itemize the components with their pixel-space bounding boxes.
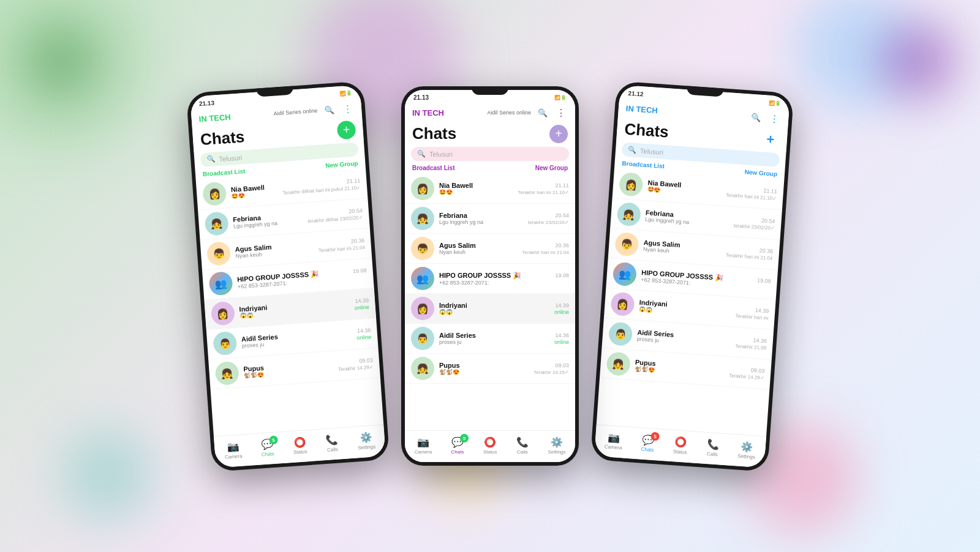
nav-calls-3[interactable]: 📞 Calls xyxy=(706,438,719,457)
chat-name-2-2: Agus Salim xyxy=(439,242,476,249)
chat-status-1-5: online xyxy=(356,334,372,341)
chat-info-1-2: Agus Salim 20.36 Nyan keuh Terakhir hari… xyxy=(235,237,365,259)
bottom-nav-2: 📷 Camera 💬 5 Chats ⭕ Status 📞 Calls xyxy=(405,430,575,462)
new-group-3[interactable]: New Group xyxy=(744,168,777,177)
chats-icon-3: 💬 5 xyxy=(642,434,655,446)
chat-time-2-1: 20.54 xyxy=(555,212,569,218)
search-icon-1[interactable]: 🔍 xyxy=(322,103,336,117)
scene: 21.13 📶🔋 IN TECH Aidil Series online 🔍 ⋮… xyxy=(0,0,980,552)
search-icon-2[interactable]: 🔍 xyxy=(536,106,549,119)
chat-preview-2-2: Nyan keuh xyxy=(439,249,466,255)
chat-time-1-6: 09.03 xyxy=(359,357,373,364)
chats-badge-3: 5 xyxy=(650,432,660,441)
chat-info-2-0: Nia Bawell 21.11 🤩😍 Terakhir hari ini 21… xyxy=(439,182,569,195)
nav-settings-3[interactable]: ⚙️ Settings xyxy=(737,441,756,460)
chat-time-1-5: 14.36 xyxy=(357,327,371,334)
notch-2 xyxy=(472,86,508,95)
status-time-3: 21.12 xyxy=(628,89,644,97)
chat-preview-3-2: Nyan keuh xyxy=(643,246,670,254)
search-icon-3[interactable]: 🔍 xyxy=(749,110,763,124)
signal-icons-2: 📶🔋 xyxy=(554,95,567,100)
nav-chats-1[interactable]: 💬 5 Chats xyxy=(260,438,274,457)
avatar-2-5: 👨 xyxy=(411,327,434,350)
avatar-3-6: 👧 xyxy=(606,351,631,376)
avatar-1-3: 👥 xyxy=(208,271,233,296)
chat-time-2-2: 20.36 xyxy=(555,242,569,248)
nav-settings-1[interactable]: ⚙️ Settings xyxy=(356,431,375,450)
nav-status-1[interactable]: ⭕ Status xyxy=(292,436,307,455)
nav-settings-2[interactable]: ⚙️ Settings xyxy=(548,436,565,455)
camera-label-1: Camera xyxy=(225,453,243,460)
avatar-3-4: 👩 xyxy=(610,292,635,317)
nav-calls-1[interactable]: 📞 Calls xyxy=(325,434,339,453)
chat-item-2-6[interactable]: 👧 Pupus 09.03 🐒🐒😍 Terakhir 14.29✓ xyxy=(405,354,575,384)
chat-info-3-3: HIPO GROUP JOSSSS 🎉 19.08 +62 853-3287-2… xyxy=(641,268,771,291)
add-btn-1[interactable]: + xyxy=(337,120,356,140)
status-label-1: Status xyxy=(293,449,307,455)
broadcast-list-1[interactable]: Broadcast List xyxy=(203,168,246,177)
broadcast-list-2[interactable]: Broadcast List xyxy=(412,165,454,171)
chat-item-2-0[interactable]: 👩 Nia Bawell 21.11 🤩😍 Terakhir hari ini … xyxy=(405,174,575,204)
search-icon-sm-2: 🔍 xyxy=(417,150,426,158)
chat-status-1-6: Terakhir 14.29✓ xyxy=(338,364,374,372)
nav-calls-2[interactable]: 📞 Calls xyxy=(516,436,529,455)
search-placeholder-3: Telusuri xyxy=(640,147,664,156)
chat-info-1-3: HIPO GROUP JOSSSS 🎉 19.08 +62 853-3287-2… xyxy=(237,266,368,289)
signal-icons-3: 📶🔋 xyxy=(769,100,782,106)
add-btn-3[interactable]: + xyxy=(761,130,780,149)
settings-label-3: Settings xyxy=(737,453,755,460)
search-bar-2[interactable]: 🔍 Telusuri xyxy=(411,147,569,161)
nav-chats-3[interactable]: 💬 5 Chats xyxy=(641,434,655,453)
chat-item-2-2[interactable]: 👦 Agus Salim 20.36 Nyan keuh Terakhir ha… xyxy=(405,234,575,264)
screen-purple: 21.13 📶🔋 IN TECH Aidil Series online 🔍 ⋮… xyxy=(405,90,575,462)
chat-item-2-3[interactable]: 👥 HIPO GROUP JOSSSS 🎉 19.08 +62 853-3287… xyxy=(405,264,575,294)
chat-item-2-1[interactable]: 👧 Febriana 20.54 Lgu inggreh yg na terak… xyxy=(405,204,575,234)
chat-time-3-0: 21.11 xyxy=(763,187,777,195)
chat-time-3-5: 14.36 xyxy=(753,337,767,345)
chat-name-2-3: HIPO GROUP JOSSSS 🎉 xyxy=(439,272,521,280)
online-text-2: Aidil Series online xyxy=(487,110,531,116)
chat-item-2-5[interactable]: 👨 Aidil Series 14.36 proses ju online xyxy=(405,324,575,354)
nav-status-2[interactable]: ⭕ Status xyxy=(483,436,497,455)
chat-time-2-4: 14.39 xyxy=(555,302,569,308)
online-text-1: Aidil Series online xyxy=(274,108,318,117)
calls-label-2: Calls xyxy=(517,449,528,455)
menu-icon-3[interactable]: ⋮ xyxy=(767,111,782,125)
avatar-1-5: 👨 xyxy=(213,331,238,356)
chat-info-3-4: Indriyani 14.39 😱😱 Terakhir hari ini xyxy=(639,299,769,321)
nav-camera-1[interactable]: 📷 Camera xyxy=(224,441,242,460)
header-right-3: 🔍 ⋮ xyxy=(744,110,782,125)
chat-preview-1-4: 😱😱 xyxy=(239,312,254,319)
avatar-3-3: 👥 xyxy=(612,262,638,287)
new-group-1[interactable]: New Group xyxy=(325,160,358,169)
chat-item-2-4[interactable]: 👩 Indriyani 14.39 😱😱 online xyxy=(405,294,575,324)
chat-info-3-2: Agus Salim 20.36 Nyan keuh Terakhir hari… xyxy=(643,239,774,261)
calls-icon-2: 📞 xyxy=(516,436,529,448)
chat-time-1-4: 14.39 xyxy=(355,297,369,305)
avatar-1-1: 👧 xyxy=(204,211,229,236)
status-time-1: 21.13 xyxy=(199,99,215,107)
chat-status-2-6: Terakhir 14.29✓ xyxy=(533,370,569,375)
nav-camera-3[interactable]: 📷 Camera xyxy=(605,431,623,450)
avatar-1-0: 👩 xyxy=(202,181,227,206)
nav-camera-2[interactable]: 📷 Camera xyxy=(415,436,432,455)
chat-preview-2-3: +62 853-3287-2071: xyxy=(439,280,489,286)
new-group-2[interactable]: New Group xyxy=(535,165,568,171)
chat-list-1: 👩 Nia Bawell 21.11 🤩😍 Terakhir dilihat h… xyxy=(196,168,384,436)
chat-info-3-5: Aidil Series 14.36 proses ju Terakhir 21… xyxy=(636,329,767,351)
add-btn-2[interactable]: + xyxy=(549,125,568,143)
broadcast-bar-2: Broadcast List New Group xyxy=(405,163,575,174)
nav-status-3[interactable]: ⭕ Status xyxy=(673,436,688,455)
broadcast-list-3[interactable]: Broadcast List xyxy=(622,160,665,170)
menu-icon-2[interactable]: ⋮ xyxy=(554,106,568,119)
menu-icon-1[interactable]: ⋮ xyxy=(340,102,354,116)
settings-icon-3: ⚙️ xyxy=(741,441,753,453)
chat-info-3-1: Febriana 20.54 Lgu inggreh yg na terakhi… xyxy=(645,209,775,231)
avatar-3-1: 👧 xyxy=(617,202,642,227)
nav-chats-2[interactable]: 💬 5 Chats xyxy=(451,436,464,455)
chat-name-2-6: Pupus xyxy=(439,362,460,369)
chat-time-3-1: 20.54 xyxy=(761,217,775,225)
settings-label-2: Settings xyxy=(548,449,565,455)
avatar-2-6: 👧 xyxy=(411,357,434,380)
status-label-2: Status xyxy=(483,449,497,455)
